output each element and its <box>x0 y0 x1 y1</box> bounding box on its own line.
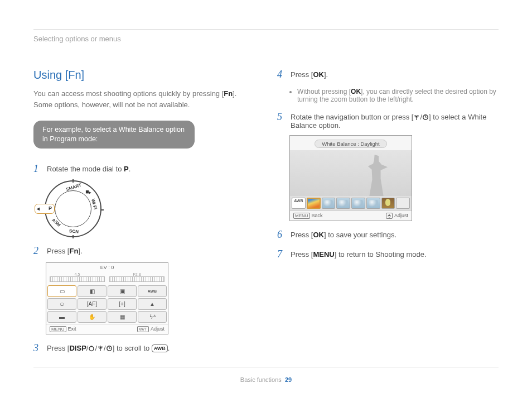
breadcrumb: Selecting options or menus <box>33 35 499 46</box>
step-text: Press [Fn]. <box>47 245 83 257</box>
page-footer: Basic functions 29 <box>0 376 532 383</box>
fn-cell-awb: AWB <box>138 285 167 297</box>
macro-icon <box>413 114 420 121</box>
wb-adjust: ⬘Adjust <box>386 213 408 219</box>
step-text: Press [OK]. <box>291 69 328 80</box>
right-column: 4 Press [OK]. Without pressing [OK], you… <box>277 69 499 360</box>
wb-back-label: Back <box>312 213 323 218</box>
s4sa: Without pressing [ <box>297 88 351 95</box>
s6a: Press [ <box>291 231 313 239</box>
fn-grid: ▭ ◧ ▣ AWB ☺ [AF] [+] ▲ ▬ ✋ ▦ ϟᴬ <box>46 284 168 324</box>
intro-a: You can access most shooting options qui… <box>33 89 224 98</box>
fn-cell: ☺ <box>47 298 76 310</box>
fn-cell: [+] <box>108 298 137 310</box>
fn-exit-label: Exit <box>68 326 76 332</box>
macro-icon <box>97 345 104 352</box>
s7a: Press [ <box>291 250 313 259</box>
pill-l2: in Program mode: <box>42 135 98 143</box>
fn-label: Fn <box>224 89 233 98</box>
fn-ev: EV : 0 <box>46 263 168 272</box>
fn-cell: ▭ <box>47 285 76 297</box>
s3b: ] to scroll to <box>113 344 152 352</box>
focal-ruler: 4.5 <box>50 272 105 282</box>
ruler-tr: F2.8 <box>109 272 165 276</box>
wb-custom-icon <box>396 198 410 209</box>
step-number: 2 <box>33 245 47 257</box>
menu-icon: MENU <box>313 250 334 259</box>
circle-timer-icon <box>106 345 113 352</box>
pill-l1: For example, to select a White Balance o… <box>42 126 185 133</box>
wb-screen: White Balance : Daylight AWB MENUBack <box>289 135 412 221</box>
wb-bulb-icon <box>381 198 395 209</box>
wb-strip: AWB <box>290 196 412 210</box>
intro-text: You can access most shooting options qui… <box>33 88 255 111</box>
menu-icon: MENU <box>50 326 66 332</box>
step-4-sub: Without pressing [OK], you can directly … <box>297 86 499 103</box>
awb-badge: AWB <box>152 344 168 352</box>
fn-adjust: W/TAdjust <box>137 326 165 332</box>
fn-cell: ▲ <box>138 298 167 310</box>
ok-icon: OK <box>313 70 324 79</box>
dial-inner <box>55 190 91 227</box>
s6b: ] to save your settings. <box>324 231 396 239</box>
wb-tungsten-icon <box>366 198 380 209</box>
step-number: 3 <box>33 342 47 354</box>
wb-title: White Balance : Daylight <box>315 140 387 148</box>
s3c: . <box>168 344 170 352</box>
fn-screen: EV : 0 4.5 F2.8 ▭ ◧ ▣ AWB ☺ <box>46 262 168 334</box>
step-5: 5 Rotate the navigation button or press … <box>277 111 499 130</box>
step-6: 6 Press [OK] to save your settings. <box>277 229 499 241</box>
left-column: Using [Fn] You can access most shooting … <box>33 69 255 360</box>
aperture-ruler: F2.8 <box>109 272 165 282</box>
step-4: 4 Press [OK]. <box>277 69 499 80</box>
step-text: Press [MENU] to return to Shooting mode. <box>291 248 427 260</box>
page-number: 29 <box>285 376 292 383</box>
wb-preview <box>290 150 412 196</box>
s1b: . <box>129 165 131 173</box>
wb-daylight-icon <box>307 198 321 209</box>
footer-label: Basic functions <box>240 376 282 383</box>
section-heading: Using [Fn] <box>33 69 255 82</box>
wb-adjust-label: Adjust <box>394 213 408 218</box>
mode-p-icon: P <box>124 165 129 173</box>
s3a: Press [ <box>47 344 69 352</box>
circle-timer-icon <box>422 114 429 121</box>
step-text: Press [OK] to save your settings. <box>291 229 396 241</box>
ok-icon: OK <box>313 231 324 239</box>
fn-cell: ▦ <box>108 311 137 323</box>
fn-cell: ▬ <box>47 311 76 323</box>
ruler-tl: 4.5 <box>50 272 105 276</box>
wb-cloudy-icon <box>322 198 336 209</box>
fn-exit: MENUExit <box>50 326 76 332</box>
dial-pointer: P <box>35 204 55 214</box>
wt-icon: W/T <box>137 326 149 332</box>
disp-icon: DISP <box>69 344 86 352</box>
step-7: 7 Press [MENU] to return to Shooting mod… <box>277 248 499 260</box>
silhouette-icon <box>365 155 388 196</box>
fn-cell: [AF] <box>78 298 107 310</box>
fn-cell: ▣ <box>108 285 137 297</box>
adjust-icon: ⬘ <box>386 213 393 219</box>
step-text: Rotate the mode dial to P. <box>47 163 130 175</box>
s7b: ] to return to Shooting mode. <box>335 250 427 259</box>
step-1: 1 Rotate the mode dial to P. <box>33 163 255 175</box>
step-number: 6 <box>277 229 291 241</box>
step-3: 3 Press [DISP///] to scroll to AWB. <box>33 342 255 354</box>
fn-label: Fn <box>69 247 78 255</box>
wb-back: MENUBack <box>293 213 323 219</box>
wb-fluorescent-l-icon <box>351 198 365 209</box>
dial-video-icon: ■▸ <box>85 188 91 195</box>
ok-icon: OK <box>351 88 361 95</box>
fn-cell: ϟᴬ <box>138 311 167 323</box>
step-text: Press [DISP///] to scroll to AWB. <box>47 342 170 354</box>
s5a: Rotate the navigation button or press [ <box>291 113 413 121</box>
step-number: 1 <box>33 163 47 175</box>
wb-fluorescent-h-icon <box>336 198 350 209</box>
fn-cell: ◧ <box>78 285 107 297</box>
step-number: 5 <box>277 111 291 130</box>
fn-adjust-label: Adjust <box>151 326 165 332</box>
step-number: 4 <box>277 69 291 80</box>
wb-auto-icon: AWB <box>292 198 306 209</box>
step-2: 2 Press [Fn]. <box>33 245 255 257</box>
mode-dial: SMART Wi-Fi SCN ASM ■▸ P <box>45 180 101 237</box>
